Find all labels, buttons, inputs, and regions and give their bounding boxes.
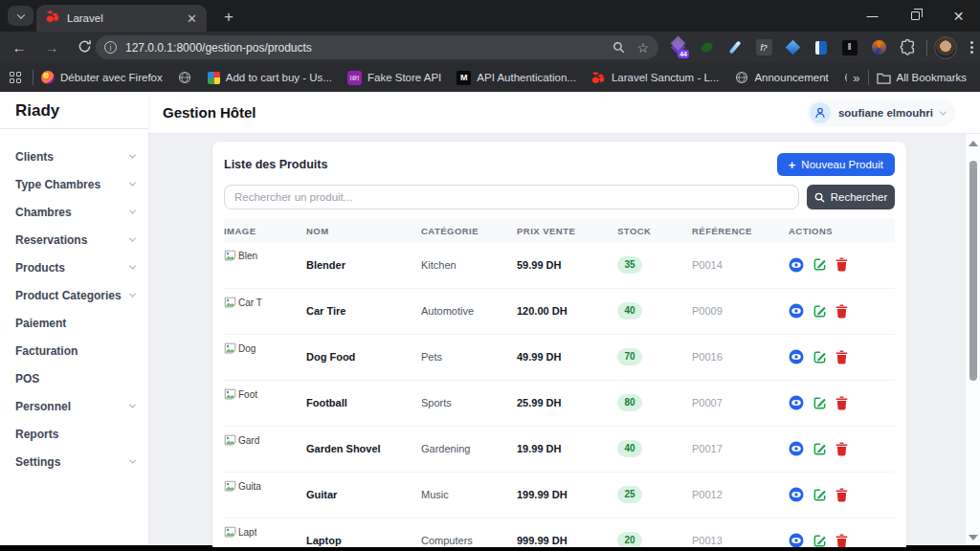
extension-bw-icon[interactable]: ‖: [837, 35, 862, 60]
delete-button[interactable]: [835, 534, 848, 548]
extension-fx-icon[interactable]: f?: [751, 35, 776, 60]
sidebar-item-personnel[interactable]: Personnel: [0, 392, 148, 420]
search-lens-icon[interactable]: [612, 41, 625, 54]
delete-button[interactable]: [835, 304, 848, 319]
table-row: GardGarden ShovelGardening19.99 DH40P001…: [224, 426, 895, 472]
table-row: LaptLaptopComputers999.99 DH20P0013: [224, 518, 895, 547]
sidebar-item-settings[interactable]: Settings: [0, 448, 148, 475]
bookmarks-overflow-icon[interactable]: »: [853, 71, 859, 85]
edit-button[interactable]: [813, 534, 827, 548]
product-search-input[interactable]: [224, 185, 799, 209]
browser-tab-strip: Laravel ✕ + — ✕: [0, 0, 980, 32]
extension-page-icon[interactable]: [809, 35, 834, 60]
browser-menu-icon[interactable]: [970, 46, 973, 49]
tab-close-icon[interactable]: ✕: [185, 11, 199, 26]
product-reference: P0009: [692, 288, 789, 334]
product-category: Kitchen: [421, 242, 517, 288]
restore-button[interactable]: [894, 0, 937, 32]
product-name: Garden Shovel: [306, 426, 421, 472]
extensions-puzzle-icon[interactable]: [895, 35, 920, 60]
products-card: Liste des Produits + Nouveau Produit Rec…: [212, 142, 906, 547]
back-button[interactable]: ←: [6, 39, 33, 55]
product-price: 19.99 DH: [517, 426, 617, 472]
broken-image: Gard: [224, 434, 259, 447]
bookmark-item[interactable]: [178, 71, 192, 85]
sidebar-item-facturation[interactable]: Facturation: [0, 337, 148, 364]
edit-button[interactable]: [813, 396, 827, 410]
tab-title: Laravel: [67, 12, 177, 24]
column-header: NOM: [306, 219, 421, 242]
bookmark-item[interactable]: Laravel Sanctum - L...: [591, 71, 720, 85]
edit-button[interactable]: [813, 257, 827, 272]
table-row: GuitaGuitarMusic199.99 DH25P0012: [224, 472, 895, 518]
bookmark-item[interactable]: [@]Fake Store API: [347, 71, 441, 85]
bookmark-item[interactable]: MAPI Authentication...: [457, 71, 576, 85]
page-scrollbar[interactable]: [965, 134, 980, 545]
reload-button[interactable]: [71, 39, 98, 56]
products-table: IMAGENOMCATÉGORIEPRIX VENTESTOCKRÉFÉRENC…: [224, 219, 895, 547]
search-button[interactable]: Rechercher: [807, 185, 895, 209]
scroll-up-icon[interactable]: [969, 141, 978, 146]
browser-tab-laravel[interactable]: Laravel ✕: [36, 5, 207, 32]
edit-button[interactable]: [813, 442, 827, 456]
extension-swirl-icon[interactable]: [866, 35, 891, 60]
view-button[interactable]: [789, 441, 804, 456]
stock-badge: 80: [617, 394, 642, 411]
view-button[interactable]: [789, 395, 804, 410]
edit-button[interactable]: [813, 350, 827, 364]
sidebar-item-label: Reservations: [15, 233, 130, 247]
new-tab-button[interactable]: +: [218, 7, 239, 28]
broken-image: Blen: [224, 250, 257, 262]
close-button[interactable]: ✕: [937, 0, 980, 32]
user-menu[interactable]: soufiane elmouhri: [807, 99, 955, 126]
sidebar-item-pos[interactable]: POS: [0, 364, 148, 392]
address-bar[interactable]: i 127.0.0.1:8000/gestion-pos/products ☆: [96, 35, 658, 59]
broken-image: Lapt: [224, 526, 256, 539]
delete-button[interactable]: [835, 488, 848, 502]
sidebar-item-clients[interactable]: Clients: [0, 143, 148, 170]
view-button[interactable]: [789, 257, 804, 273]
sidebar-item-reservations[interactable]: Reservations: [0, 226, 148, 253]
bookmark-star-icon[interactable]: ☆: [636, 40, 649, 55]
delete-button[interactable]: [835, 396, 848, 410]
new-product-button[interactable]: + Nouveau Produit: [777, 153, 895, 176]
bookmark-item[interactable]: Débuter avec Firefox: [41, 71, 163, 84]
delete-button[interactable]: [835, 350, 848, 364]
extension-leaf-icon[interactable]: [694, 35, 719, 60]
sidebar-item-product-categories[interactable]: Product Categories: [0, 281, 148, 309]
user-icon: [810, 102, 831, 123]
tab-search-button[interactable]: [8, 6, 33, 26]
view-button[interactable]: [789, 303, 804, 319]
sidebar-item-paiement[interactable]: Paiement: [0, 309, 148, 337]
minimize-button[interactable]: —: [851, 0, 894, 32]
profile-avatar[interactable]: [934, 36, 957, 59]
table-row: FootFootballSports25.99 DH80P0007: [224, 380, 895, 426]
edit-button[interactable]: [813, 488, 827, 502]
brand-logo[interactable]: Riady: [0, 92, 148, 129]
scroll-down-icon[interactable]: [969, 535, 978, 540]
view-button[interactable]: [789, 533, 804, 547]
bookmarks-divider: [33, 70, 33, 85]
scrollbar-thumb[interactable]: [969, 161, 977, 381]
extension-pen-icon[interactable]: [723, 35, 747, 60]
sidebar-item-type-chambres[interactable]: Type Chambres: [0, 170, 148, 198]
sidebar-item-chambres[interactable]: Chambres: [0, 198, 148, 226]
apps-grid-icon[interactable]: [10, 72, 21, 83]
bookmark-item[interactable]: Add to cart buy - Us...: [208, 72, 332, 84]
delete-button[interactable]: [835, 442, 848, 456]
site-info-icon[interactable]: i: [104, 41, 117, 54]
extension-stack-icon[interactable]: 44: [665, 35, 690, 60]
forward-button[interactable]: →: [38, 39, 65, 55]
extension-diamond-icon[interactable]: [780, 35, 805, 60]
sidebar-item-reports[interactable]: Reports: [0, 420, 148, 448]
bookmark-label: Announcement: [754, 72, 828, 83]
view-button[interactable]: [789, 349, 804, 364]
bookmark-item[interactable]: Announcement: [734, 71, 828, 85]
delete-button[interactable]: [835, 257, 848, 272]
sidebar-item-products[interactable]: Products: [0, 253, 148, 281]
image-alt-text: Guita: [238, 481, 261, 492]
cart-icon: [208, 72, 220, 84]
all-bookmarks-button[interactable]: All Bookmarks: [877, 71, 968, 85]
view-button[interactable]: [789, 487, 804, 502]
edit-button[interactable]: [813, 304, 827, 319]
